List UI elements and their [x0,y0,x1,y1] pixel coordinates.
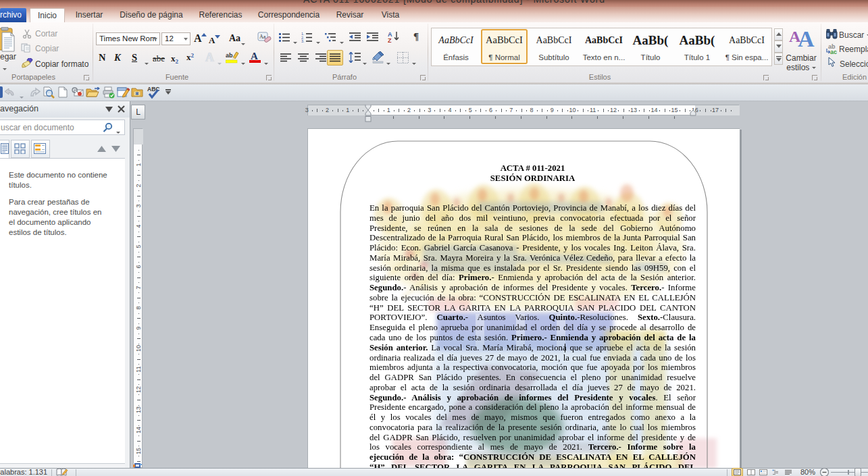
svg-text:ab: ab [226,52,233,59]
svg-text:3.: 3. [301,39,305,43]
svg-text:ac: ac [830,49,837,55]
svg-text:Z: Z [388,37,392,43]
